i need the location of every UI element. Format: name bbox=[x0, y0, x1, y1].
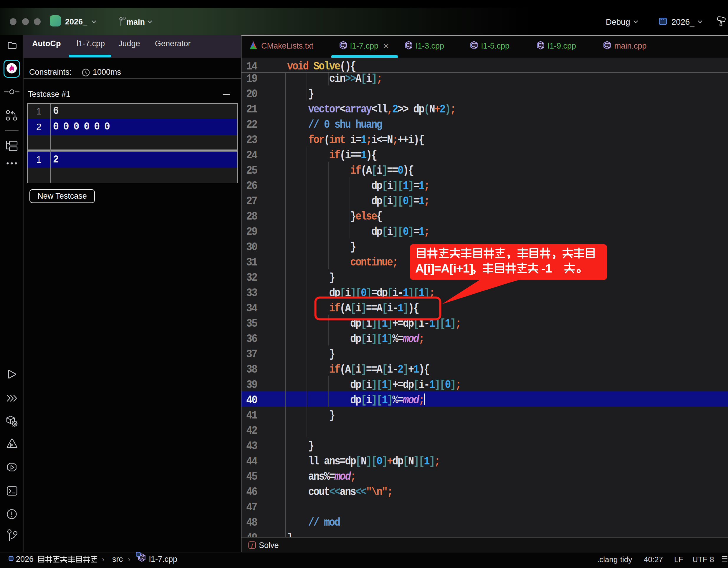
svg-text:A[i]=A[i+1]: A[i]=A[i+1] bbox=[415, 262, 473, 275]
svg-text:f: f bbox=[251, 543, 254, 548]
svg-text:-1: -1 bbox=[541, 262, 552, 275]
